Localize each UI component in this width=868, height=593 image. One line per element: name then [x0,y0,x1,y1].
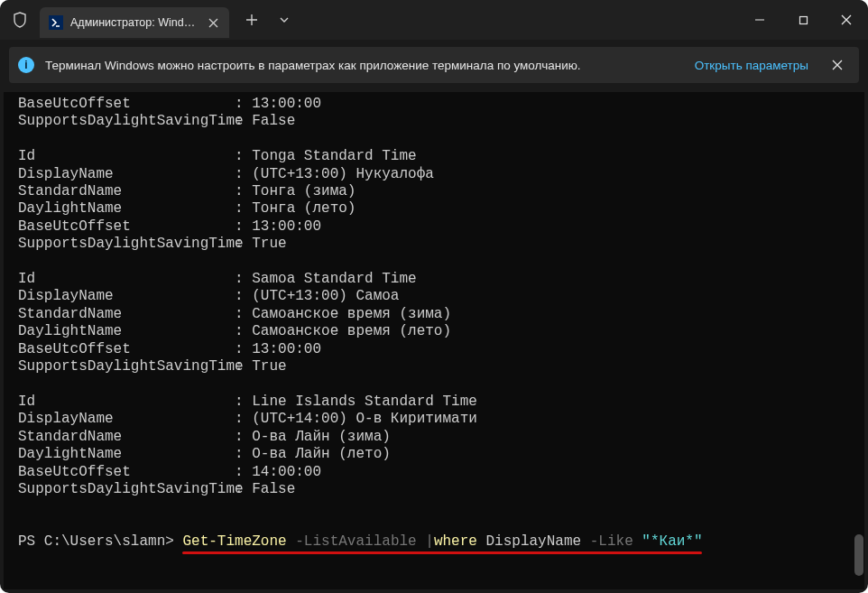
prompt-line[interactable]: PS C:\Users\slamn> Get-TimeZone -ListAva… [18,533,850,551]
close-button[interactable] [825,0,868,40]
output-line: StandardName: Самоанское время (зима) [18,306,850,323]
infobar-text: Терминал Windows можно настроить в парам… [45,59,680,72]
output-line: SupportsDaylightSavingTime: True [18,236,850,253]
output-line: DisplayName: (UTC+14:00) О-в Киритимати [18,411,850,428]
window-controls [738,0,868,40]
infobar-close-button[interactable] [825,52,850,78]
output-line: BaseUtcOffset: 13:00:00 [18,96,850,113]
output-line: Id: Tonga Standard Time [18,148,850,165]
prompt-prefix: PS C:\Users\slamn> [18,533,182,550]
maximize-button[interactable] [781,0,825,40]
tab-close-button[interactable] [206,15,220,30]
output-line: DaylightName: Самоанское время (лето) [18,323,850,340]
output-line: SupportsDaylightSavingTime: False [18,113,850,130]
info-icon: i [18,57,34,73]
output-line: Id: Line Islands Standard Time [18,394,850,411]
blank-line [18,254,850,271]
powershell-icon [49,15,63,30]
blank-line [18,131,850,148]
terminal-area[interactable]: BaseUtcOffset: 13:00:00SupportsDaylightS… [4,92,864,589]
infobar-link[interactable]: Открыть параметры [695,59,808,72]
output-line: Id: Samoa Standard Time [18,271,850,288]
infobar: i Терминал Windows можно настроить в пар… [9,47,859,83]
output-line: BaseUtcOffset: 14:00:00 [18,464,850,481]
command-underline [182,551,702,554]
blank-line [18,498,850,515]
tab-dropdown-button[interactable] [269,5,300,34]
output-line: BaseUtcOffset: 13:00:00 [18,218,850,236]
output-line: SupportsDaylightSavingTime: False [18,481,850,498]
scrollbar-thumb[interactable] [854,534,863,576]
tabbar-actions [236,5,300,34]
blank-line [18,516,850,533]
pipe: | [425,533,434,550]
minimize-button[interactable] [738,0,781,40]
cmdlet: where [434,533,477,550]
output-line: BaseUtcOffset: 13:00:00 [18,341,850,358]
output-line: DaylightName: О-ва Лайн (лето) [18,446,850,463]
app-window: Администратор: Windows Pc [0,0,868,593]
cmd-arg: DisplayName [477,533,590,550]
cmd-arg: -ListAvailable [287,533,426,550]
cmd-arg: -Like [590,533,633,550]
scrollbar-vertical[interactable] [853,92,863,589]
output-line: StandardName: О-ва Лайн (зима) [18,429,850,446]
output-line: DisplayName: (UTC+13:00) Самоа [18,288,850,305]
new-tab-button[interactable] [236,5,267,34]
output-line: DisplayName: (UTC+13:00) Нукуалофа [18,166,850,183]
shield-icon [0,12,40,28]
output-line: SupportsDaylightSavingTime: True [18,358,850,375]
blank-line [18,376,850,394]
output-line: StandardName: Тонга (зима) [18,183,850,200]
tab-active[interactable]: Администратор: Windows Pc [40,7,229,38]
cmd-string: "*Каи*" [633,533,703,550]
tab-title: Администратор: Windows Pc [70,16,199,29]
svg-rect-0 [799,16,807,23]
terminal-output: BaseUtcOffset: 13:00:00SupportsDaylightS… [4,92,864,589]
output-line: DaylightName: Тонга (лето) [18,200,850,218]
cmdlet: Get-TimeZone [182,533,286,550]
titlebar: Администратор: Windows Pc [0,0,868,40]
